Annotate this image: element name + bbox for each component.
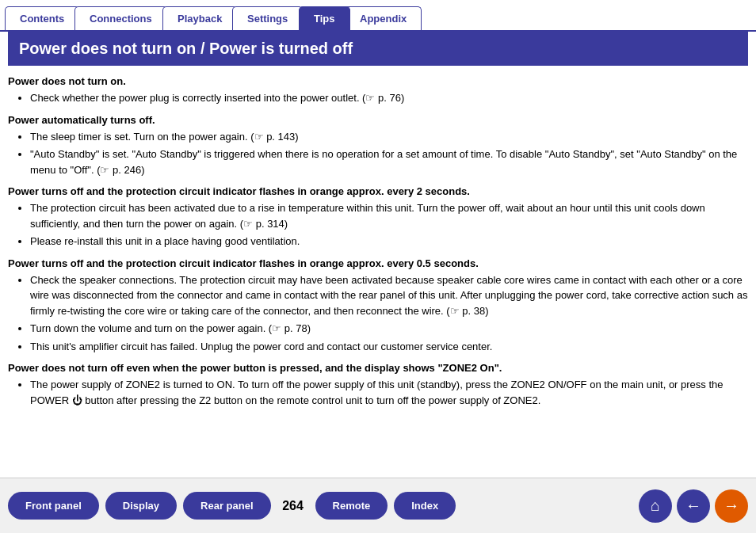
section-3: Power turns off and the protection circu… [8,185,748,249]
section-2: Power automatically turns off. The sleep… [8,114,748,178]
tab-appendix[interactable]: Appendix [345,6,422,30]
tab-settings[interactable]: Settings [232,6,303,30]
forward-button[interactable]: → [715,489,748,523]
list-item: Please re-install this unit in a place h… [30,234,748,249]
list-item: The sleep timer is set. Turn on the powe… [30,129,748,145]
tab-bar: Contents Connections Playback Settings T… [0,0,756,32]
section-5-bullets: The power supply of ZONE2 is turned to O… [8,377,748,408]
list-item: The power supply of ZONE2 is turned to O… [30,377,748,408]
list-item: Check the speaker connections. The prote… [30,272,748,319]
back-button[interactable]: ← [677,489,710,523]
section-4-title: Power turns off and the protection circu… [8,257,748,269]
home-icon: ⌂ [651,497,660,515]
list-item: "Auto Standby" is set. "Auto Standby" is… [30,147,748,177]
remote-button[interactable]: Remote [315,492,388,520]
tab-connections[interactable]: Connections [74,6,167,30]
list-item: Turn down the volume and turn on the pow… [30,321,748,337]
section-1-title: Power does not turn on. [8,75,748,87]
home-button[interactable]: ⌂ [639,489,672,523]
tab-contents[interactable]: Contents [5,6,79,30]
section-2-bullets: The sleep timer is set. Turn on the powe… [8,129,748,178]
tab-tips[interactable]: Tips [299,6,350,30]
section-4: Power turns off and the protection circu… [8,257,748,355]
section-5-title: Power does not turn off even when the po… [8,362,748,374]
section-4-bullets: Check the speaker connections. The prote… [8,272,748,355]
section-1-bullets: Check whether the power plug is correctl… [8,90,748,106]
front-panel-button[interactable]: Front panel [8,492,99,520]
tab-playback[interactable]: Playback [162,6,237,30]
index-button[interactable]: Index [394,492,456,520]
section-5: Power does not turn off even when the po… [8,362,748,408]
bottom-nav-left: Front panel Display Rear panel 264 Remot… [8,492,456,520]
page-header: Power does not turn on / Power is turned… [8,32,748,66]
section-3-bullets: The protection circuit has been activate… [8,200,748,249]
forward-arrow-icon: → [724,497,739,515]
back-arrow-icon: ← [685,497,701,515]
display-button[interactable]: Display [105,492,177,520]
list-item: This unit's amplifier circuit has failed… [30,339,748,355]
content-area: Power does not turn on / Power is turned… [0,32,756,474]
rear-panel-button[interactable]: Rear panel [183,492,270,520]
section-1: Power does not turn on. Check whether th… [8,75,748,106]
page-number: 264 [277,499,309,513]
section-2-title: Power automatically turns off. [8,114,748,126]
list-item: The protection circuit has been activate… [30,200,748,231]
bottom-nav: Front panel Display Rear panel 264 Remot… [0,478,756,533]
section-3-title: Power turns off and the protection circu… [8,185,748,197]
list-item: Check whether the power plug is correctl… [30,90,748,106]
bottom-nav-right: ⌂ ← → [639,489,748,523]
